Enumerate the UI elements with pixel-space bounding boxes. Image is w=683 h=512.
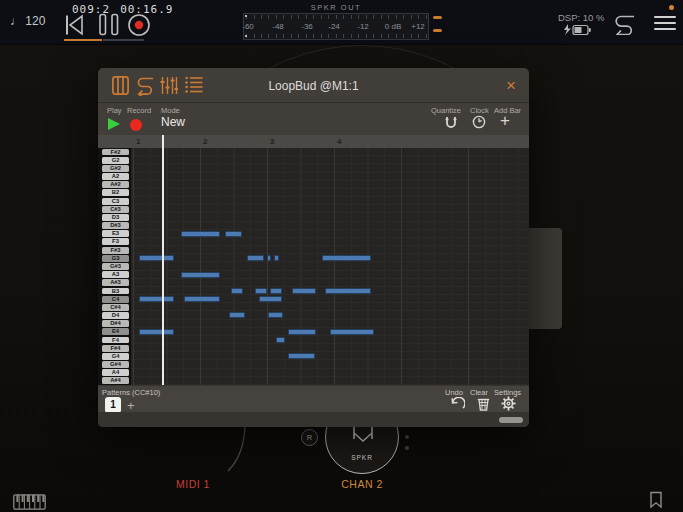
key-label-G2[interactable]: G2 — [102, 157, 129, 164]
undo-icon[interactable] — [449, 397, 465, 411]
midi-note-B3[interactable] — [231, 288, 243, 294]
midi-note-C4[interactable] — [184, 296, 220, 302]
quantize-magnet-icon[interactable] — [444, 116, 458, 131]
midi-note-G3[interactable] — [274, 255, 279, 261]
tempo-display[interactable]: ♩ 120 — [10, 14, 45, 28]
key-label-C4[interactable]: C4 — [102, 296, 129, 303]
midi-note-E4[interactable] — [139, 329, 174, 335]
midi-note-B3[interactable] — [255, 288, 267, 294]
key-label-F4[interactable]: F4 — [102, 337, 129, 344]
key-label-A#2[interactable]: A#2 — [102, 181, 129, 188]
top-transport-bar: ♩ 120 009:200:16.9 SPKR OUT -60-48-36-24… — [0, 0, 683, 45]
key-label-G#2[interactable]: G#2 — [102, 165, 129, 172]
key-label-B2[interactable]: B2 — [102, 189, 129, 196]
transport-progress-active — [64, 39, 102, 41]
patterns-label: Patterns (CC#10) — [102, 388, 160, 397]
pattern-slot-1[interactable]: 1 — [105, 397, 121, 413]
key-label-C#4[interactable]: C#4 — [102, 304, 129, 311]
key-label-A2[interactable]: A2 — [102, 173, 129, 180]
key-label-G#4[interactable]: G#4 — [102, 361, 129, 368]
rewind-icon[interactable] — [64, 14, 84, 36]
midi-note-G4[interactable] — [288, 353, 315, 359]
notification-dot — [669, 5, 674, 10]
clock-label: Clock — [470, 106, 489, 115]
key-label-C#3[interactable]: C#3 — [102, 206, 129, 213]
midi-note-E4[interactable] — [330, 329, 374, 335]
key-label-A#4[interactable]: A#4 — [102, 377, 129, 384]
clip-indicator-bottom[interactable] — [433, 29, 442, 32]
add-pattern-button[interactable]: + — [127, 398, 135, 413]
background-arc-region — [0, 45, 683, 68]
meter-tick-label: -24 — [328, 22, 340, 31]
midi-note-E4[interactable] — [288, 329, 316, 335]
midi-note-C4[interactable] — [259, 296, 282, 302]
piano-key-labels[interactable]: F#2G2G#2A2A#2B2C3C#3D3D#3E3F3F#3G3G#3A3A… — [98, 148, 131, 385]
key-label-F#2[interactable]: F#2 — [102, 149, 129, 156]
menu-icon[interactable] — [654, 16, 676, 34]
key-label-A#3[interactable]: A#3 — [102, 279, 129, 286]
clear-trash-icon[interactable] — [477, 397, 490, 411]
midi-note-E3[interactable] — [225, 231, 242, 237]
piano-roll-grid[interactable] — [131, 148, 529, 385]
midi-note-A3[interactable] — [181, 272, 220, 278]
clock-icon[interactable] — [472, 115, 486, 129]
output-meter[interactable]: SPKR OUT -60-48-36-24-120 dB+12 — [243, 2, 429, 42]
close-icon[interactable]: × — [500, 76, 522, 96]
midi-note-D4[interactable] — [229, 312, 245, 318]
meter-scale: -60-48-36-24-120 dB+12 — [243, 13, 429, 40]
midi-note-C4[interactable] — [139, 296, 174, 302]
record-label: Record — [127, 106, 151, 115]
key-label-G#3[interactable]: G#3 — [102, 263, 129, 270]
key-label-D4[interactable]: D4 — [102, 312, 129, 319]
key-label-E4[interactable]: E4 — [102, 328, 129, 335]
key-label-B3[interactable]: B3 — [102, 288, 129, 295]
pause-icon[interactable] — [98, 13, 120, 36]
loopbud-window: LoopBud @M1:1 × Play Record Mode New Qua… — [98, 68, 529, 427]
routing-icon[interactable] — [609, 13, 639, 35]
bar-line — [334, 148, 335, 385]
midi-channel-label[interactable]: MIDI 1 — [163, 478, 223, 490]
midi-note-G3[interactable] — [267, 255, 271, 261]
settings-gear-icon[interactable] — [501, 396, 516, 411]
audio-channel-label[interactable]: CHAN 2 — [336, 478, 388, 490]
mode-value[interactable]: New — [161, 115, 185, 129]
key-label-D3[interactable]: D3 — [102, 214, 129, 221]
record-icon[interactable] — [127, 13, 151, 37]
knob-dot-top — [405, 435, 409, 439]
bookmark-icon[interactable] — [649, 491, 663, 509]
key-label-D#3[interactable]: D#3 — [102, 222, 129, 229]
key-label-G4[interactable]: G4 — [102, 353, 129, 360]
midi-note-B3[interactable] — [270, 288, 282, 294]
key-label-G3[interactable]: G3 — [102, 255, 129, 262]
playhead[interactable] — [162, 135, 164, 385]
clip-indicator-top[interactable] — [433, 16, 442, 19]
key-label-F#4[interactable]: F#4 — [102, 345, 129, 352]
midi-note-G3[interactable] — [139, 255, 174, 261]
key-label-A4[interactable]: A4 — [102, 369, 129, 376]
play-button[interactable] — [108, 118, 120, 130]
keyboard-icon[interactable] — [13, 494, 46, 510]
midi-note-F4[interactable] — [276, 337, 285, 343]
key-label-F#3[interactable]: F#3 — [102, 247, 129, 254]
midi-note-G3[interactable] — [247, 255, 264, 261]
record-button[interactable] — [130, 119, 142, 131]
horizontal-scrollbar[interactable] — [499, 417, 523, 423]
key-label-E3[interactable]: E3 — [102, 230, 129, 237]
midi-note-B3[interactable] — [292, 288, 316, 294]
meter-tick-label: -60 — [242, 22, 254, 31]
mode-label: Mode — [161, 106, 180, 115]
midi-note-E3[interactable] — [181, 231, 220, 237]
add-bar-button[interactable]: + — [500, 111, 510, 131]
midi-note-B3[interactable] — [325, 288, 371, 294]
midi-note-D4[interactable] — [268, 312, 283, 318]
cable-curve — [220, 425, 260, 475]
bar-number: 1 — [136, 137, 140, 146]
speaker-icon — [350, 425, 376, 447]
key-label-A3[interactable]: A3 — [102, 271, 129, 278]
key-label-D#4[interactable]: D#4 — [102, 320, 129, 327]
key-label-F3[interactable]: F3 — [102, 238, 129, 245]
bar-line — [401, 148, 402, 385]
record-arm-button[interactable]: R — [301, 429, 318, 446]
midi-note-G3[interactable] — [322, 255, 371, 261]
key-label-C3[interactable]: C3 — [102, 198, 129, 205]
